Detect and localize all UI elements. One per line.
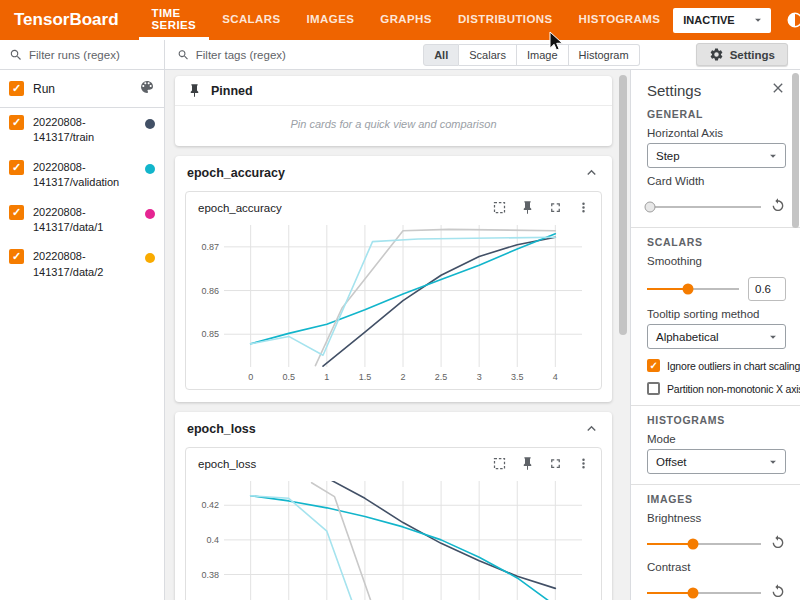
contrast-slider[interactable] [647,592,761,594]
section-title: epoch_loss [187,422,256,436]
fullscreen-icon[interactable] [548,200,563,215]
run-row-data-1[interactable]: ✓ 20220808- 141317/data/1 [0,198,164,243]
palette-button[interactable] [139,79,155,98]
svg-text:3: 3 [477,372,482,382]
fit-to-data-icon[interactable] [492,200,507,215]
settings-button[interactable]: Settings [696,43,788,66]
section-epoch-loss: epoch_loss epoch_loss [175,412,612,600]
run-row-train[interactable]: ✓ 20220808- 141317/train [0,108,164,153]
run-checkbox[interactable]: ✓ [9,249,24,264]
card-title: epoch_loss [198,458,256,470]
select-all-runs-checkbox[interactable]: ✓ [9,81,24,96]
slider-thumb[interactable] [687,588,698,599]
histogram-mode-select[interactable]: Offset [647,449,786,474]
line-chart-epoch-loss[interactable]: 00.511.522.533.540.360.380.40.42 [186,471,601,600]
ignore-outliers-row[interactable]: ✓ Ignore outliers in chart scaling [647,359,786,372]
contrast-label: Contrast [647,561,786,573]
fullscreen-icon[interactable] [548,456,563,471]
smoothing-value-input[interactable] [748,277,786,301]
section-header-epoch-accuracy[interactable]: epoch_accuracy [175,156,612,189]
run-checkbox[interactable]: ✓ [9,160,24,175]
reset-contrast-button[interactable] [770,583,786,600]
run-label-line2: 141317/train [33,131,94,143]
smoothing-slider[interactable] [647,288,739,290]
section-header-epoch-loss[interactable]: epoch_loss [175,412,612,445]
settings-scrollbar[interactable] [792,73,799,228]
tooltip-sorting-select[interactable]: Alphabetical [647,324,786,349]
chevron-up-icon[interactable] [583,164,600,181]
partition-x-axis-checkbox[interactable] [647,382,660,395]
horizontal-axis-label: Horizontal Axis [647,127,786,139]
pin-icon [187,83,202,98]
more-options-icon[interactable] [576,456,591,471]
runs-filter-input[interactable] [29,49,155,61]
run-row-data-2[interactable]: ✓ 20220808- 141317/data/2 [0,242,164,287]
app-header: TensorBoard TIME SERIES SCALARS IMAGES G… [0,0,800,40]
main-scrollbar[interactable] [619,75,627,335]
run-row-validation[interactable]: ✓ 20220808- 141317/validation [0,153,164,198]
reset-card-width-button[interactable] [770,197,786,217]
tag-filter-input[interactable] [196,49,387,61]
contrast-control [647,583,786,600]
tab-time-series[interactable]: TIME SERIES [139,0,210,40]
ignore-outliers-checkbox[interactable]: ✓ [647,359,660,372]
reset-brightness-button[interactable] [770,534,786,554]
tag-toolbar: All Scalars Image Histogram Settings [165,40,800,70]
more-options-icon[interactable] [576,200,591,215]
smoothing-label: Smoothing [647,255,786,267]
slider-fill [647,543,693,545]
run-color-dot [145,253,155,263]
card-title: epoch_accuracy [198,202,282,214]
pinned-title: Pinned [211,84,253,98]
runs-select-all-row: ✓ Run [0,70,164,108]
tab-scalars[interactable]: SCALARS [209,0,293,40]
card-width-slider[interactable] [647,206,761,208]
slider-thumb[interactable] [645,202,656,213]
reset-icon [770,534,786,550]
slider-thumb[interactable] [683,284,694,295]
chip-scalars[interactable]: Scalars [459,44,517,66]
runs-sidebar: ✓ Run ✓ 20220808- 141317/train ✓ 2022080… [0,40,165,600]
chip-all[interactable]: All [423,44,459,66]
status-dropdown[interactable]: INACTIVE [673,8,770,33]
smoothing-control [647,277,786,301]
theme-toggle-button[interactable] [781,6,800,34]
svg-text:1: 1 [324,372,329,382]
svg-text:2.5: 2.5 [435,372,448,382]
horizontal-axis-select[interactable]: Step [647,143,786,168]
run-checkbox[interactable]: ✓ [9,205,24,220]
pin-icon[interactable] [520,200,535,215]
slider-thumb[interactable] [687,539,698,550]
header-controls: INACTIVE [673,6,800,34]
tag-filter [177,48,387,62]
card-actions [492,456,591,471]
brightness-slider[interactable] [647,543,761,545]
chevron-up-icon[interactable] [583,420,600,437]
app-logo: TensorBoard [0,10,139,30]
card-width-control [647,197,786,217]
tab-images[interactable]: IMAGES [294,0,368,40]
pinned-section: Pinned Pin cards for a quick view and co… [175,76,612,146]
content-area: ✓ Run ✓ 20220808- 141317/train ✓ 2022080… [0,40,800,600]
divider [631,227,800,228]
settings-section-scalars: SCALARS [647,236,786,248]
settings-button-label: Settings [730,49,775,61]
fit-to-data-icon[interactable] [492,456,507,471]
tab-graphs[interactable]: GRAPHS [367,0,445,40]
chevron-down-icon [751,13,765,27]
chip-image[interactable]: Image [517,44,569,66]
partition-x-axis-row[interactable]: Partition non-monotonic X axis i [647,382,786,395]
pin-icon[interactable] [520,456,535,471]
section-epoch-accuracy: epoch_accuracy epoch_accuracy [175,156,612,402]
tab-histograms[interactable]: HISTOGRAMS [566,0,674,40]
svg-text:0.5: 0.5 [282,372,295,382]
brightness-label: Brightness [647,512,786,524]
run-checkbox[interactable]: ✓ [9,115,24,130]
reset-icon [770,197,786,213]
line-chart-epoch-accuracy[interactable]: 00.511.522.533.540.850.860.87 [186,215,601,389]
svg-text:0.38: 0.38 [201,570,219,580]
search-icon [9,48,23,62]
chip-histogram[interactable]: Histogram [569,44,640,66]
close-settings-button[interactable] [770,80,786,100]
tab-distributions[interactable]: DISTRIBUTIONS [445,0,566,40]
